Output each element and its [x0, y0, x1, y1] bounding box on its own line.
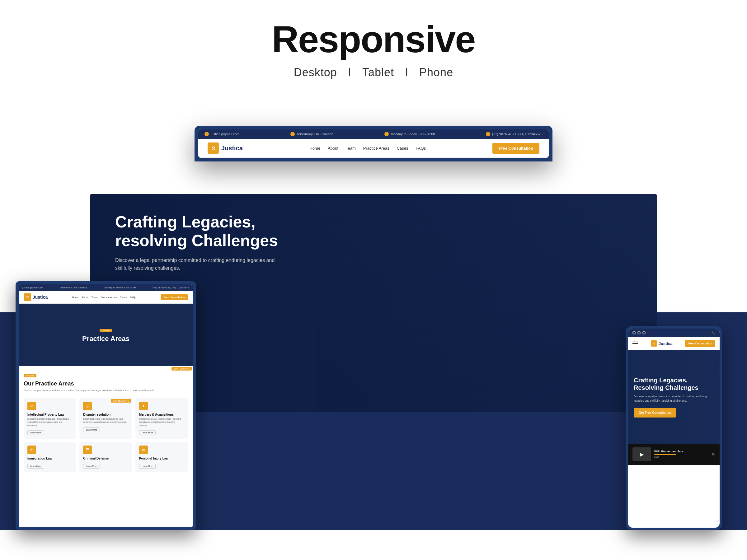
nav-link-faqs[interactable]: FAQs — [416, 146, 426, 151]
tablet-card-desc-1: Expert real estate legal guidance for yo… — [83, 418, 128, 424]
tablet-mockup: justica@gmail.com Tobermory, ON, Canada … — [16, 281, 196, 530]
tablet-nav-about[interactable]: About — [82, 296, 88, 299]
tablet-card-2: ✦ Mergers & Acquisitions Strategic corpo… — [135, 398, 188, 439]
tablet-card-link-0[interactable]: Learn More — [27, 430, 44, 435]
topbar-hours-text: Monday to Friday, 8:00-20:00 — [391, 132, 435, 136]
tablet-card-link-2[interactable]: Learn More — [139, 430, 156, 435]
tablet-section-title: Our Practice Areas — [24, 380, 188, 387]
nav-link-home[interactable]: Home — [309, 146, 320, 151]
phone-video-info: WIP: Framer template 0:02 — [654, 450, 709, 459]
nav-link-about[interactable]: About — [328, 146, 338, 151]
phone-video-title: WIP: Framer template — [654, 450, 709, 453]
desktop-mockup: justica@gmail.com Tobermory, ON, Canada … — [195, 126, 552, 161]
phone-status-dot-1 — [633, 331, 636, 335]
desktop-topbar-phone: (+1) 987654321, (+1) 012345678 — [486, 132, 542, 136]
tablet-hero-title: Practice Areas — [82, 335, 129, 343]
tablet-frame: justica@gmail.com Tobermory, ON, Canada … — [16, 281, 196, 530]
phone-video-thumbnail[interactable]: ▶ — [633, 447, 651, 461]
location-icon — [290, 132, 295, 136]
devices-container: Crafting Legacies,resolving Challenges D… — [0, 101, 747, 530]
tablet-card-title-3: Immigration Law — [27, 457, 73, 460]
tablet-free-consultation-button[interactable]: Free Consultation — [161, 294, 188, 300]
tablet-content-wrapper: BUY TEMPLATE Practice Our Practice Areas… — [19, 366, 193, 479]
silhouettes — [317, 194, 657, 412]
tablet-nav-faqs[interactable]: FAQs — [130, 296, 136, 299]
tablet-nav-cases[interactable]: Cases — [120, 296, 127, 299]
phone-status-icons — [633, 331, 646, 335]
phone-video-close-icon[interactable]: ✕ — [712, 452, 715, 457]
phone-hero-cta-button[interactable]: Get Free Consultation — [634, 408, 676, 418]
tablet-hero-content: Trusted Practice Areas — [82, 327, 129, 343]
email-icon — [205, 132, 209, 136]
tablet-card-3: ✈ Immigration Law Learn More — [24, 442, 76, 472]
phone-navbar: ⚖ Justica Free Consultation — [628, 337, 720, 350]
tablet-topbar-hours: Monday to Friday, 8:00-20:00 — [104, 286, 136, 289]
phone-hero: Crafting Legacies, Resolving Challenges … — [628, 350, 720, 444]
center-hero-desc: Discover a legal partnership committed t… — [115, 256, 283, 272]
tablet-card-0: ⚖ Intellectual Property Law Expert immig… — [24, 398, 76, 439]
tablet-card-link-4[interactable]: Learn More — [83, 464, 100, 469]
tablet-card-4: ☰ Criminal Defense Learn More — [79, 442, 132, 472]
tablet-nav-practice[interactable]: Practice Areas — [101, 296, 117, 299]
phone-frame: 📞 ⚖ Justica Free Consultation — [626, 326, 722, 530]
subtitle-tablet: Tablet — [362, 66, 394, 79]
desktop-logo-icon: ⚖ — [208, 142, 219, 154]
clock-icon — [384, 132, 389, 136]
nav-link-practice[interactable]: Practice Areas — [363, 146, 389, 151]
desktop-nav-links: Home About Team Practice Areas Cases FAQ… — [309, 146, 426, 151]
tablet-hero: Trusted Practice Areas — [19, 304, 193, 366]
page-header: Responsive Desktop I Tablet I Phone — [0, 0, 747, 88]
tablet-topbar-phone: (+1) 987654321, (+1) 012345678 — [153, 286, 189, 289]
desktop-free-consultation-button[interactable]: Free Consultation — [492, 143, 539, 154]
tablet-card-desc-0: Expert immigration guidance—trusted lega… — [27, 418, 73, 427]
phone-status-dot-3 — [642, 331, 646, 335]
tablet-nav-home[interactable]: Home — [72, 296, 79, 299]
tablet-card-link-1[interactable]: Learn More — [83, 427, 100, 432]
tablet-card-1: BUY TEMPLATE ◇ Dispute resolution Expert… — [79, 398, 132, 439]
phone-free-consultation-button[interactable]: Free Consultation — [685, 340, 715, 347]
tablet-card-link-5[interactable]: Learn More — [139, 464, 156, 469]
tablet-card-link-3[interactable]: Learn More — [27, 464, 44, 469]
phone-video: ▶ WIP: Framer template 0:02 ✕ — [628, 444, 720, 465]
desktop-screen: justica@gmail.com Tobermory, ON, Canada … — [198, 129, 549, 158]
tablet-cards: ⚖ Intellectual Property Law Expert immig… — [24, 398, 188, 472]
phone-status-dot-2 — [638, 331, 641, 335]
tablet-nav-links: Home About Team Practice Areas Cases FAQ… — [72, 296, 136, 299]
desktop-topbar-hours: Monday to Friday, 8:00-20:00 — [384, 132, 435, 136]
tablet-section-badge: Practice — [24, 374, 36, 377]
tablet-section-desc: Explore our practice areas—tailored expe… — [24, 389, 188, 392]
phone-hero-title: Crafting Legacies, Resolving Challenges — [634, 376, 714, 391]
desktop-navbar: ⚖ Justica Home About Team Practice Areas… — [198, 139, 549, 158]
tablet-card-desc-2: Strategic corporate legal counsel—ensuri… — [139, 418, 184, 427]
phone-status-bar: 📞 — [628, 328, 720, 337]
tablet-card-icon-0: ⚖ — [27, 402, 36, 410]
desktop-topbar: justica@gmail.com Tobermory, ON, Canada … — [198, 129, 549, 139]
nav-link-team[interactable]: Team — [346, 146, 356, 151]
tablet-card-icon-3: ✈ — [27, 446, 36, 454]
desktop-topbar-location: Tobermory, ON, Canada — [290, 132, 333, 136]
tablet-card-icon-1: ◇ — [83, 402, 92, 410]
desktop-logo-text: Justica — [221, 145, 243, 152]
phone-mockup: 📞 ⚖ Justica Free Consultation — [626, 326, 722, 530]
topbar-location-text: Tobermory, ON, Canada — [297, 132, 333, 136]
phone-icon — [486, 132, 490, 136]
tablet-topbar-email: justica@gmail.com — [22, 286, 43, 289]
desktop-logo: ⚖ Justica — [208, 142, 243, 154]
tablet-screen: justica@gmail.com Tobermory, ON, Canada … — [19, 284, 193, 527]
phone-hamburger-menu[interactable] — [633, 342, 638, 345]
phone-logo-icon: ⚖ — [651, 340, 657, 347]
desktop-topbar-email: justica@gmail.com — [205, 132, 239, 136]
subtitle-sep2: I — [405, 66, 408, 79]
tablet-card-title-2: Mergers & Acquisitions — [139, 413, 184, 416]
tablet-logo-text: Justica — [33, 295, 48, 300]
tablet-nav-team[interactable]: Team — [92, 296, 98, 299]
phone-video-progress-bar — [654, 454, 676, 455]
nav-link-cases[interactable]: Cases — [397, 146, 408, 151]
topbar-phone-text: (+1) 987654321, (+1) 012345678 — [492, 132, 542, 136]
tablet-card-title-0: Intellectual Property Law — [27, 413, 73, 416]
tablet-card-icon-5: ⊕ — [139, 446, 148, 454]
phone-status-phone-icon: 📞 — [712, 331, 715, 335]
tablet-card-title-1: Dispute resolution — [83, 413, 128, 416]
phone-hero-content: Crafting Legacies, Resolving Challenges … — [628, 370, 720, 424]
buy-template-badge-2: BUY TEMPLATE — [111, 399, 131, 403]
